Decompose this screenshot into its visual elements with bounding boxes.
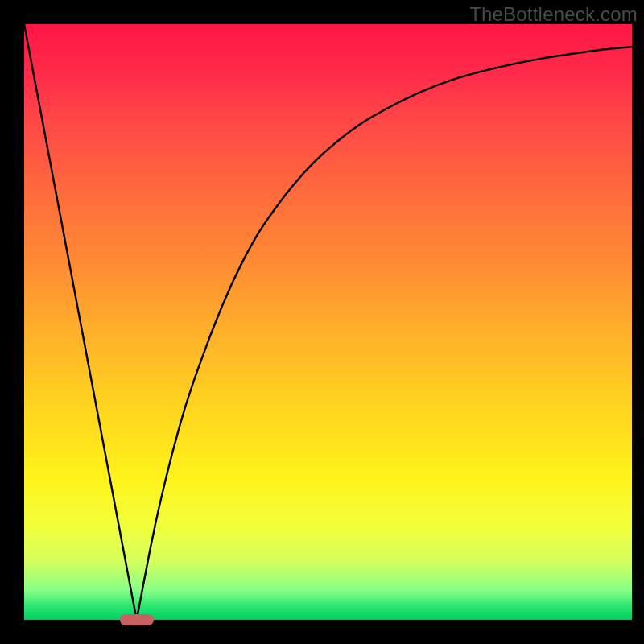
curve-path: [24, 24, 632, 620]
plot-area: [24, 24, 632, 620]
chart-frame: TheBottleneck.com: [0, 0, 644, 644]
optimum-marker: [120, 614, 154, 625]
bottleneck-curve: [24, 24, 632, 620]
watermark-text: TheBottleneck.com: [469, 3, 638, 26]
